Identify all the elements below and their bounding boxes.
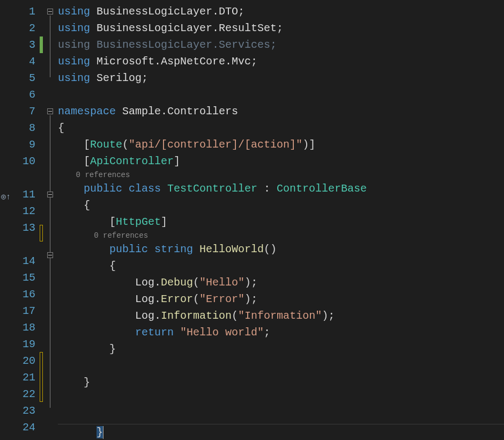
line-number[interactable]: 1 [15,3,39,20]
codelens-reference[interactable]: 0 references [58,230,504,241]
code-line[interactable]: [HttpGet] [58,214,504,230]
fold-guide [50,115,50,408]
codelens-reference[interactable]: 0 references [58,170,504,180]
change-indicator-gutter [39,0,46,440]
code-line[interactable]: public class TestController : Controller… [58,180,504,197]
line-number[interactable]: 7 [15,103,39,120]
line-number[interactable]: 2 [15,20,39,36]
code-line[interactable] [58,357,504,374]
fold-guide [50,16,50,77]
line-number[interactable]: 9 [15,136,39,153]
line-number-gutter[interactable]: 1 2 3 4 5 6 7 8 9 10 11 12 13 14 15 16 1… [15,0,39,440]
code-line[interactable]: { [58,258,504,274]
line-number[interactable]: 22 [15,386,39,402]
fold-toggle-icon[interactable] [47,9,53,14]
folding-gutter[interactable] [46,0,58,440]
line-number[interactable]: 13 [15,219,39,236]
matched-brace: } [97,426,103,438]
code-line[interactable]: [ApiController] [58,153,504,170]
line-number[interactable]: 4 [15,53,39,70]
code-line[interactable]: return "Hello world"; [58,324,504,341]
line-number[interactable]: 20 [15,353,39,369]
code-line[interactable]: using BusinessLogicLayer.Services; [58,36,504,53]
line-number[interactable]: 14 [15,253,39,269]
code-line[interactable]: Log.Debug("Hello"); [58,274,504,291]
fold-toggle-icon[interactable] [47,192,53,197]
line-number[interactable]: 23 [15,402,39,419]
current-line-highlight [58,424,504,440]
code-line[interactable]: Log.Information("Information"); [58,307,504,324]
change-bar-modified [40,352,43,402]
code-line[interactable]: using Serilog; [58,70,504,86]
change-bar-added [40,36,43,53]
line-number[interactable]: 17 [15,303,39,319]
fold-toggle-icon[interactable] [47,108,53,114]
line-number[interactable]: 6 [15,86,39,103]
code-line[interactable]: { [58,120,504,136]
change-bar-modified [40,225,43,241]
code-line[interactable]: using Microsoft.AspNetCore.Mvc; [58,53,504,70]
line-number[interactable]: 15 [15,269,39,286]
line-number[interactable]: 10 [15,153,39,170]
code-line[interactable]: } [58,391,504,407]
line-number[interactable]: 19 [15,336,39,353]
code-editor[interactable]: ◎↑ 1 2 3 4 5 6 7 8 9 10 11 12 13 14 15 1… [0,0,504,440]
line-number[interactable]: 16 [15,286,39,303]
code-line[interactable]: } [58,341,504,357]
code-line[interactable] [58,86,504,103]
change-nav-icon: ◎↑ [1,192,11,202]
glyph-margin: ◎↑ [0,0,15,440]
text-cursor [103,426,103,439]
line-number[interactable]: 12 [15,203,39,219]
fold-toggle-icon[interactable] [47,252,53,258]
code-line[interactable]: [Route("api/[controller]/[action]")] [58,136,504,153]
line-number[interactable]: 3 [15,36,39,53]
code-line[interactable]: } [58,374,504,391]
code-line[interactable]: public string HelloWorld() [58,241,504,258]
code-area[interactable]: using BusinessLogicLayer.DTO; using Busi… [58,0,504,440]
line-number[interactable]: 8 [15,120,39,136]
code-line[interactable]: using BusinessLogicLayer.ResultSet; [58,20,504,36]
code-line[interactable] [58,407,504,424]
line-number[interactable]: 18 [15,319,39,336]
line-number[interactable]: 24 [15,419,39,436]
line-number[interactable]: 5 [15,70,39,86]
code-line[interactable]: Log.Error("Error"); [58,291,504,307]
line-number[interactable]: 11 [15,186,39,203]
line-number[interactable]: 21 [15,369,39,386]
code-line[interactable]: using BusinessLogicLayer.DTO; [58,3,504,20]
code-line[interactable]: namespace Sample.Controllers [58,103,504,120]
code-line[interactable]: { [58,197,504,214]
